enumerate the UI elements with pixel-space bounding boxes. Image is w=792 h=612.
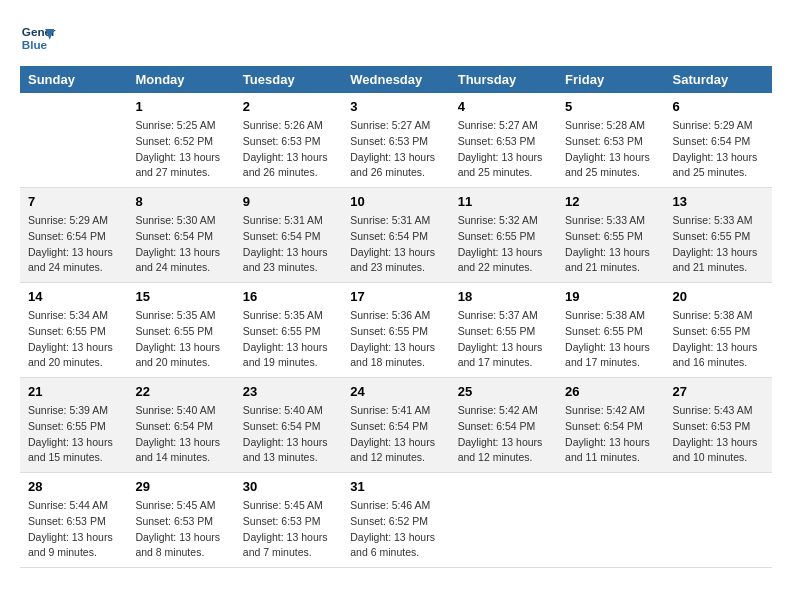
calendar-cell: 15Sunrise: 5:35 AMSunset: 6:55 PMDayligh… [127, 283, 234, 378]
calendar-cell: 9Sunrise: 5:31 AMSunset: 6:54 PMDaylight… [235, 188, 342, 283]
day-number: 7 [28, 194, 119, 209]
calendar-cell: 29Sunrise: 5:45 AMSunset: 6:53 PMDayligh… [127, 473, 234, 568]
day-info: Sunrise: 5:32 AMSunset: 6:55 PMDaylight:… [458, 213, 549, 276]
week-row-2: 7Sunrise: 5:29 AMSunset: 6:54 PMDaylight… [20, 188, 772, 283]
day-info: Sunrise: 5:37 AMSunset: 6:55 PMDaylight:… [458, 308, 549, 371]
column-header-thursday: Thursday [450, 66, 557, 93]
calendar-cell: 7Sunrise: 5:29 AMSunset: 6:54 PMDaylight… [20, 188, 127, 283]
column-header-monday: Monday [127, 66, 234, 93]
logo-icon: General Blue [20, 20, 56, 56]
column-header-friday: Friday [557, 66, 664, 93]
day-info: Sunrise: 5:35 AMSunset: 6:55 PMDaylight:… [243, 308, 334, 371]
day-info: Sunrise: 5:28 AMSunset: 6:53 PMDaylight:… [565, 118, 656, 181]
calendar-cell: 13Sunrise: 5:33 AMSunset: 6:55 PMDayligh… [665, 188, 772, 283]
calendar-cell: 8Sunrise: 5:30 AMSunset: 6:54 PMDaylight… [127, 188, 234, 283]
day-number: 12 [565, 194, 656, 209]
calendar-cell: 11Sunrise: 5:32 AMSunset: 6:55 PMDayligh… [450, 188, 557, 283]
day-number: 2 [243, 99, 334, 114]
day-number: 18 [458, 289, 549, 304]
days-header-row: SundayMondayTuesdayWednesdayThursdayFrid… [20, 66, 772, 93]
day-info: Sunrise: 5:40 AMSunset: 6:54 PMDaylight:… [135, 403, 226, 466]
day-info: Sunrise: 5:45 AMSunset: 6:53 PMDaylight:… [135, 498, 226, 561]
day-number: 17 [350, 289, 441, 304]
calendar-table: SundayMondayTuesdayWednesdayThursdayFrid… [20, 66, 772, 568]
calendar-cell: 14Sunrise: 5:34 AMSunset: 6:55 PMDayligh… [20, 283, 127, 378]
calendar-cell: 5Sunrise: 5:28 AMSunset: 6:53 PMDaylight… [557, 93, 664, 188]
column-header-wednesday: Wednesday [342, 66, 449, 93]
day-info: Sunrise: 5:40 AMSunset: 6:54 PMDaylight:… [243, 403, 334, 466]
day-number: 11 [458, 194, 549, 209]
day-info: Sunrise: 5:27 AMSunset: 6:53 PMDaylight:… [350, 118, 441, 181]
day-info: Sunrise: 5:29 AMSunset: 6:54 PMDaylight:… [673, 118, 764, 181]
day-info: Sunrise: 5:25 AMSunset: 6:52 PMDaylight:… [135, 118, 226, 181]
calendar-cell: 26Sunrise: 5:42 AMSunset: 6:54 PMDayligh… [557, 378, 664, 473]
calendar-cell [665, 473, 772, 568]
day-info: Sunrise: 5:38 AMSunset: 6:55 PMDaylight:… [565, 308, 656, 371]
week-row-1: 1Sunrise: 5:25 AMSunset: 6:52 PMDaylight… [20, 93, 772, 188]
calendar-cell: 12Sunrise: 5:33 AMSunset: 6:55 PMDayligh… [557, 188, 664, 283]
day-info: Sunrise: 5:34 AMSunset: 6:55 PMDaylight:… [28, 308, 119, 371]
calendar-cell: 31Sunrise: 5:46 AMSunset: 6:52 PMDayligh… [342, 473, 449, 568]
day-info: Sunrise: 5:30 AMSunset: 6:54 PMDaylight:… [135, 213, 226, 276]
day-number: 24 [350, 384, 441, 399]
calendar-cell: 2Sunrise: 5:26 AMSunset: 6:53 PMDaylight… [235, 93, 342, 188]
day-number: 21 [28, 384, 119, 399]
day-info: Sunrise: 5:29 AMSunset: 6:54 PMDaylight:… [28, 213, 119, 276]
calendar-cell: 1Sunrise: 5:25 AMSunset: 6:52 PMDaylight… [127, 93, 234, 188]
day-number: 31 [350, 479, 441, 494]
day-number: 19 [565, 289, 656, 304]
calendar-cell: 16Sunrise: 5:35 AMSunset: 6:55 PMDayligh… [235, 283, 342, 378]
calendar-cell: 3Sunrise: 5:27 AMSunset: 6:53 PMDaylight… [342, 93, 449, 188]
day-info: Sunrise: 5:42 AMSunset: 6:54 PMDaylight:… [458, 403, 549, 466]
day-info: Sunrise: 5:36 AMSunset: 6:55 PMDaylight:… [350, 308, 441, 371]
day-number: 13 [673, 194, 764, 209]
column-header-saturday: Saturday [665, 66, 772, 93]
day-info: Sunrise: 5:44 AMSunset: 6:53 PMDaylight:… [28, 498, 119, 561]
day-info: Sunrise: 5:31 AMSunset: 6:54 PMDaylight:… [243, 213, 334, 276]
calendar-cell: 19Sunrise: 5:38 AMSunset: 6:55 PMDayligh… [557, 283, 664, 378]
calendar-cell: 21Sunrise: 5:39 AMSunset: 6:55 PMDayligh… [20, 378, 127, 473]
week-row-3: 14Sunrise: 5:34 AMSunset: 6:55 PMDayligh… [20, 283, 772, 378]
day-number: 25 [458, 384, 549, 399]
calendar-cell: 22Sunrise: 5:40 AMSunset: 6:54 PMDayligh… [127, 378, 234, 473]
calendar-cell: 4Sunrise: 5:27 AMSunset: 6:53 PMDaylight… [450, 93, 557, 188]
day-info: Sunrise: 5:41 AMSunset: 6:54 PMDaylight:… [350, 403, 441, 466]
calendar-cell: 28Sunrise: 5:44 AMSunset: 6:53 PMDayligh… [20, 473, 127, 568]
calendar-cell [450, 473, 557, 568]
day-info: Sunrise: 5:43 AMSunset: 6:53 PMDaylight:… [673, 403, 764, 466]
day-info: Sunrise: 5:42 AMSunset: 6:54 PMDaylight:… [565, 403, 656, 466]
day-number: 5 [565, 99, 656, 114]
day-info: Sunrise: 5:26 AMSunset: 6:53 PMDaylight:… [243, 118, 334, 181]
day-info: Sunrise: 5:33 AMSunset: 6:55 PMDaylight:… [565, 213, 656, 276]
day-number: 14 [28, 289, 119, 304]
week-row-5: 28Sunrise: 5:44 AMSunset: 6:53 PMDayligh… [20, 473, 772, 568]
day-info: Sunrise: 5:39 AMSunset: 6:55 PMDaylight:… [28, 403, 119, 466]
calendar-cell [20, 93, 127, 188]
column-header-tuesday: Tuesday [235, 66, 342, 93]
day-number: 23 [243, 384, 334, 399]
day-number: 22 [135, 384, 226, 399]
calendar-cell: 30Sunrise: 5:45 AMSunset: 6:53 PMDayligh… [235, 473, 342, 568]
day-number: 1 [135, 99, 226, 114]
calendar-cell: 20Sunrise: 5:38 AMSunset: 6:55 PMDayligh… [665, 283, 772, 378]
logo: General Blue [20, 20, 56, 56]
day-number: 26 [565, 384, 656, 399]
day-number: 10 [350, 194, 441, 209]
day-number: 9 [243, 194, 334, 209]
day-info: Sunrise: 5:38 AMSunset: 6:55 PMDaylight:… [673, 308, 764, 371]
day-info: Sunrise: 5:27 AMSunset: 6:53 PMDaylight:… [458, 118, 549, 181]
svg-text:Blue: Blue [22, 38, 48, 51]
week-row-4: 21Sunrise: 5:39 AMSunset: 6:55 PMDayligh… [20, 378, 772, 473]
day-number: 4 [458, 99, 549, 114]
calendar-cell: 23Sunrise: 5:40 AMSunset: 6:54 PMDayligh… [235, 378, 342, 473]
day-number: 30 [243, 479, 334, 494]
day-number: 6 [673, 99, 764, 114]
calendar-cell: 10Sunrise: 5:31 AMSunset: 6:54 PMDayligh… [342, 188, 449, 283]
calendar-cell: 17Sunrise: 5:36 AMSunset: 6:55 PMDayligh… [342, 283, 449, 378]
day-info: Sunrise: 5:45 AMSunset: 6:53 PMDaylight:… [243, 498, 334, 561]
calendar-cell: 27Sunrise: 5:43 AMSunset: 6:53 PMDayligh… [665, 378, 772, 473]
day-number: 3 [350, 99, 441, 114]
page-header: General Blue [20, 20, 772, 56]
day-number: 8 [135, 194, 226, 209]
calendar-cell [557, 473, 664, 568]
